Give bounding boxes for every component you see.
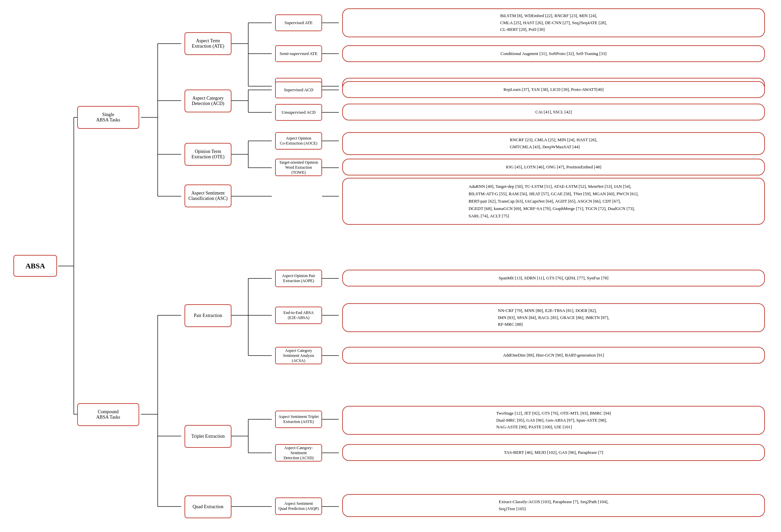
compound-absa-node: Compound ABSA Tasks	[77, 403, 139, 426]
ote-node: Opinion Term Extraction (OTE)	[184, 143, 232, 166]
triplet-extraction-node: Triplet Extraction	[184, 425, 232, 448]
diagram-container: ABSA Single ABSA Tasks Compound ABSA Tas…	[7, 7, 774, 525]
semi-supervised-ate-refs: Conditional Augment [31], SoftProto [32]…	[342, 45, 765, 62]
acsd-refs: TAS-BERT [46], MEJD [102], GAS [96], Par…	[342, 444, 765, 461]
unsupervised-acd-refs: CAt [41], SSCL [42]	[342, 104, 765, 120]
acd-node: Aspect Category Detection (ACD)	[184, 89, 232, 112]
supervised-acd-refs: RepLearn [37], TAN [38], LICD [39], Prot…	[342, 81, 765, 98]
ate-node: Aspect Term Extraction (ATE)	[184, 32, 232, 55]
asc-node: Aspect Sentiment Classification (ASC)	[184, 185, 232, 207]
aope-node: Aspect-Opinion Pair Extraction (AOPE)	[275, 270, 322, 287]
acsd-node: Aspect-Category-Sentiment Detection (ACS…	[275, 444, 322, 461]
asqp-node: Aspect Sentiment Quad Prediction (ASQP)	[275, 497, 322, 515]
single-absa-node: Single ABSA Tasks	[77, 106, 139, 129]
aoce-node: Aspect Opinion Co-Extraction (AOCE)	[275, 132, 322, 150]
supervised-acd-node: Supervised ACD	[275, 82, 322, 98]
absa-node: ABSA	[13, 255, 57, 277]
aoce-refs: RNCRF [23], CMLA [25], MIN [24], HAST [2…	[342, 132, 765, 155]
e2e-absa-node: End-to-End ABSA (E2E-ABSA)	[275, 306, 322, 324]
towe-node: Target-oriented Opinion Word Extraction …	[275, 159, 322, 176]
supervised-ate-refs: BiLSTM [8], WDEmbed [22], RNCRF [23], MI…	[342, 8, 765, 37]
supervised-ate-node: Supervised ATE	[275, 14, 322, 31]
semi-supervised-ate-node: Semi-supervised ATE	[275, 45, 322, 62]
pair-extraction-node: Pair Extraction	[184, 304, 232, 327]
aope-refs: SpanMlt [13], SDRN [11], GTS [76], QDSL …	[342, 270, 765, 286]
unsupervised-acd-node: Unsupervised ACD	[275, 104, 322, 121]
asc-refs: AdaRNN [49], Target-dep [50], TC-LSTM [5…	[342, 178, 765, 225]
aste-node: Aspect Sentiment Triplet Extraction (AST…	[275, 411, 322, 428]
e2e-absa-refs: NN-CRF [79], MNN [80], E2E-TBSA [81], DO…	[342, 303, 765, 332]
towe-refs: IOG [45], LOTN [46], ONG [47], PositionE…	[342, 159, 765, 175]
aste-refs: TwoStage [12], JET [92], GTS [76], OTE-M…	[342, 406, 765, 435]
acsa-refs: AddOneDim [89], Hier-GCN [90], BART-gene…	[342, 347, 765, 364]
asqp-refs: Extract-Classify-ACOS [103], Paraphrase …	[342, 494, 765, 517]
acsa-node: Aspect Category Sentiment Analysis (ACSA…	[275, 347, 322, 364]
quad-extraction-node: Quad Extraction	[184, 495, 232, 518]
